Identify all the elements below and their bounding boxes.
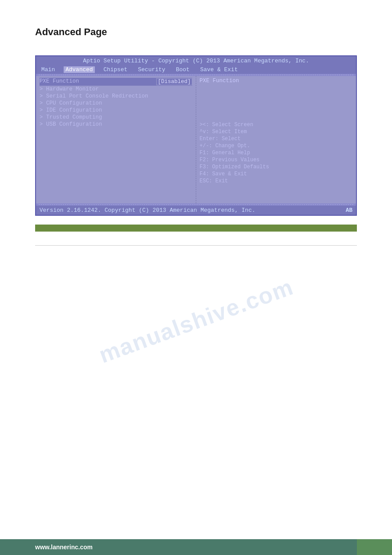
- bios-left-panel: PXE Function [Disabled] > Hardware Monit…: [36, 76, 196, 203]
- bios-help-change-opt: +/-: Change Opt.: [200, 142, 353, 149]
- info-table: [35, 225, 357, 246]
- bios-help-title: PXE Function: [200, 78, 353, 84]
- bios-screen: Aptio Setup Utility - Copyright (C) 2013…: [35, 55, 357, 216]
- page-title: Advanced Page: [0, 0, 392, 47]
- bios-ab-badge: AB: [345, 207, 352, 214]
- table-row: [35, 232, 357, 246]
- bios-item-ide-config[interactable]: > IDE Configuration: [40, 107, 192, 114]
- table-body: [35, 232, 357, 246]
- bios-help-divider: [200, 119, 353, 120]
- bios-help-select-screen: ><: Select Screen: [200, 121, 353, 128]
- bios-footer-text: Version 2.16.1242. Copyright (C) 2013 Am…: [40, 207, 255, 214]
- bios-item-usb-config[interactable]: > USB Configuration: [40, 121, 192, 128]
- bios-help-section: ><: Select Screen ^v: Select Item Enter:…: [200, 119, 353, 185]
- bios-menubar[interactable]: Main Advanced Chipset Security Boot Save…: [36, 65, 356, 74]
- bios-item-hardware-monitor[interactable]: > Hardware Monitor: [40, 86, 192, 93]
- footer-website: www.lannerinc.com: [35, 544, 93, 551]
- bios-item-serial-port[interactable]: > Serial Port Console Redirection: [40, 93, 192, 100]
- bios-menu-chipset[interactable]: Chipset: [102, 66, 129, 73]
- table-col-1-header: [35, 225, 105, 232]
- bios-help-f4: F4: Save & Exit: [200, 170, 353, 178]
- bios-body: PXE Function [Disabled] > Hardware Monit…: [36, 76, 356, 203]
- bios-item-trusted-computing[interactable]: > Trusted Computing: [40, 114, 192, 121]
- bios-help-f1: F1: General Help: [200, 149, 353, 156]
- bios-help-f2: F2: Previous Values: [200, 156, 353, 163]
- bios-menu-advanced[interactable]: Advanced: [64, 66, 94, 73]
- bios-item-cpu-config[interactable]: > CPU Configuration: [40, 100, 192, 107]
- footer-accent: [357, 539, 392, 555]
- table-cell-3: [140, 232, 357, 246]
- bios-footer: Version 2.16.1242. Copyright (C) 2013 Am…: [36, 206, 356, 215]
- table-cell-1: [35, 232, 105, 246]
- bios-menu-main[interactable]: Main: [40, 66, 57, 73]
- bios-right-panel: PXE Function ><: Select Screen ^v: Selec…: [196, 76, 356, 203]
- bios-help-f3: F3: Optimized Defaults: [200, 163, 353, 170]
- bios-menu-security[interactable]: Security: [136, 66, 167, 73]
- footer-bar: www.lannerinc.com: [0, 539, 392, 555]
- bios-header: Aptio Setup Utility - Copyright (C) 2013…: [36, 56, 356, 65]
- bios-menu-boot[interactable]: Boot: [174, 66, 191, 73]
- bios-menu-save-exit[interactable]: Save & Exit: [198, 66, 240, 73]
- table-cell-2: [105, 232, 140, 246]
- table-col-3-header: [140, 225, 357, 232]
- bios-item-pxe-label: PXE Function: [40, 78, 79, 85]
- table-col-2-header: [105, 225, 140, 232]
- bios-help-select-item: ^v: Select Item: [200, 128, 353, 135]
- bios-help-esc: ESC: Exit: [200, 178, 353, 185]
- table-header: [35, 225, 357, 232]
- bios-item-pxe-value: [Disabled]: [156, 78, 192, 85]
- bios-help-enter: Enter: Select: [200, 135, 353, 142]
- bios-item-pxe-function[interactable]: PXE Function [Disabled]: [40, 78, 192, 86]
- watermark: manualshive.com: [95, 273, 297, 368]
